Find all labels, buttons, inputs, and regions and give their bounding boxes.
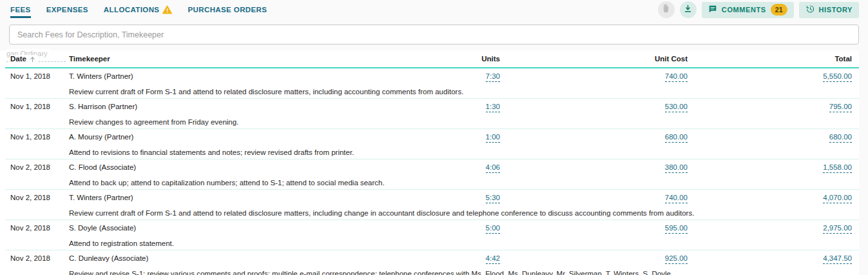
fee-unit-cost-value[interactable]: 595.00 bbox=[665, 224, 688, 234]
fee-date: Nov 1, 2018 bbox=[10, 133, 69, 141]
fee-unit-cost-value[interactable]: 925.00 bbox=[665, 254, 688, 264]
tab-expenses-label: EXPENSES bbox=[46, 6, 88, 14]
fee-date: Nov 2, 2018 bbox=[10, 194, 69, 202]
fee-units-cell: 5:00 bbox=[451, 224, 500, 234]
fee-unit-cost-value[interactable]: 380.00 bbox=[665, 163, 688, 173]
history-clock-icon bbox=[805, 5, 815, 15]
fee-total-value[interactable]: 4,347.50 bbox=[823, 254, 852, 264]
fee-unit-cost-cell: 380.00 bbox=[500, 163, 688, 173]
paperclip-icon bbox=[661, 4, 671, 15]
fee-timekeeper: C. Flood (Associate) bbox=[69, 163, 451, 172]
fee-row: Nov 2, 2018 S. Doyle (Associate) 5:00 59… bbox=[5, 220, 859, 250]
warning-triangle-icon bbox=[162, 5, 172, 14]
fee-total-value[interactable]: 4,070.00 bbox=[823, 194, 852, 203]
fee-description: Review and revise S-1; review various co… bbox=[69, 270, 852, 275]
tab-allocations[interactable]: ALLOCATIONS bbox=[104, 0, 173, 18]
download-button[interactable] bbox=[680, 1, 697, 18]
search-bar bbox=[0, 19, 868, 45]
fee-unit-cost-cell: 740.00 bbox=[500, 72, 688, 82]
fee-row: Nov 2, 2018 C. Flood (Associate) 4:06 38… bbox=[5, 159, 859, 190]
fee-row: Nov 1, 2018 A. Moursy (Partner) 1:00 680… bbox=[5, 129, 859, 159]
tab-purchase-orders-label: PURCHASE ORDERS bbox=[188, 6, 267, 14]
top-bar: FEES EXPENSES ALLOCATIONS PURCHASE ORDER… bbox=[0, 0, 868, 19]
search-input[interactable] bbox=[9, 25, 859, 45]
fee-timekeeper: S. Harrison (Partner) bbox=[69, 103, 451, 111]
sort-ascending-arrow-icon bbox=[29, 56, 36, 63]
fee-total-value[interactable]: 2,975.00 bbox=[823, 224, 852, 234]
tab-allocations-label: ALLOCATIONS bbox=[104, 6, 160, 14]
fee-unit-cost-cell: 740.00 bbox=[500, 194, 688, 203]
fee-unit-cost-cell: 925.00 bbox=[500, 254, 688, 264]
fee-row: Nov 2, 2018 C. Dunleavy (Associate) 4:42… bbox=[5, 250, 859, 275]
fee-timekeeper: C. Dunleavy (Associate) bbox=[69, 254, 451, 263]
fees-page: FEES EXPENSES ALLOCATIONS PURCHASE ORDER… bbox=[0, 0, 868, 275]
fee-units-value[interactable]: 5:00 bbox=[486, 224, 500, 234]
column-header-total[interactable]: Total bbox=[688, 55, 852, 63]
comments-count-badge: 21 bbox=[771, 4, 787, 15]
fee-units-cell: 4:06 bbox=[451, 163, 500, 173]
fee-units-value[interactable]: 7:30 bbox=[486, 72, 500, 82]
fee-description: Attend to back up; attend to capitalizat… bbox=[69, 179, 852, 187]
fee-total-value[interactable]: 5,550.00 bbox=[823, 72, 852, 82]
tab-bar: FEES EXPENSES ALLOCATIONS PURCHASE ORDER… bbox=[10, 0, 267, 18]
fee-date: Nov 1, 2018 bbox=[10, 72, 69, 81]
attachment-button[interactable] bbox=[658, 1, 675, 18]
fee-date: Nov 2, 2018 bbox=[10, 163, 69, 172]
tab-purchase-orders[interactable]: PURCHASE ORDERS bbox=[188, 0, 267, 18]
fee-total-cell: 2,975.00 bbox=[688, 224, 852, 234]
fee-unit-cost-value[interactable]: 740.00 bbox=[665, 194, 688, 203]
fee-unit-cost-value[interactable]: 740.00 bbox=[665, 72, 688, 82]
fee-date: Nov 1, 2018 bbox=[10, 103, 69, 111]
fees-table-body: Nov 1, 2018 T. Winters (Partner) 7:30 74… bbox=[0, 68, 859, 275]
fee-unit-cost-cell: 595.00 bbox=[500, 224, 688, 234]
column-header-date[interactable]: gan Ordinary Date bbox=[10, 55, 69, 63]
history-button-label: HISTORY bbox=[819, 6, 853, 14]
column-header-date-label: Date bbox=[10, 55, 26, 63]
fee-description: Attend to registration statement. bbox=[69, 239, 852, 248]
fee-units-value[interactable]: 5:30 bbox=[486, 194, 500, 203]
fee-total-value[interactable]: 795.00 bbox=[829, 103, 852, 112]
fee-units-cell: 5:30 bbox=[451, 194, 500, 203]
fee-description: Review current draft of Form S-1 and att… bbox=[69, 209, 852, 218]
fee-total-value[interactable]: 1,558.00 bbox=[823, 163, 852, 173]
comments-button-label: COMMENTS bbox=[722, 6, 766, 14]
fee-timekeeper: A. Moursy (Partner) bbox=[69, 133, 451, 141]
fee-timekeeper: T. Winters (Partner) bbox=[69, 194, 451, 202]
fees-table-header: gan Ordinary Date Timekeeper Units Unit … bbox=[5, 50, 859, 68]
fee-units-value[interactable]: 1:30 bbox=[486, 103, 500, 112]
column-header-units[interactable]: Units bbox=[451, 55, 500, 63]
column-header-unit-cost[interactable]: Unit Cost bbox=[500, 55, 688, 63]
tab-expenses[interactable]: EXPENSES bbox=[46, 0, 88, 18]
fee-timekeeper: S. Doyle (Associate) bbox=[69, 224, 451, 232]
column-header-timekeeper[interactable]: Timekeeper bbox=[69, 55, 451, 63]
fee-units-cell: 1:30 bbox=[451, 103, 500, 112]
fee-units-value[interactable]: 4:06 bbox=[486, 163, 500, 173]
fee-unit-cost-cell: 680.00 bbox=[500, 133, 688, 143]
fee-units-value[interactable]: 1:00 bbox=[486, 133, 500, 143]
fee-row: Nov 2, 2018 T. Winters (Partner) 5:30 74… bbox=[5, 190, 859, 220]
fee-timekeeper: T. Winters (Partner) bbox=[69, 72, 451, 81]
chat-bubble-icon bbox=[708, 5, 717, 15]
fee-date: Nov 2, 2018 bbox=[10, 254, 69, 263]
toolbar: COMMENTS 21 HISTORY bbox=[658, 1, 859, 18]
fee-units-value[interactable]: 4:42 bbox=[486, 254, 500, 264]
tab-fees-label: FEES bbox=[10, 6, 31, 14]
fee-row: Nov 1, 2018 T. Winters (Partner) 7:30 74… bbox=[5, 68, 859, 99]
fee-total-cell: 1,558.00 bbox=[688, 163, 852, 173]
fees-table: gan Ordinary Date Timekeeper Units Unit … bbox=[0, 50, 859, 275]
fee-description: Attend to revisions to financial stateme… bbox=[69, 148, 852, 157]
fee-total-cell: 5,550.00 bbox=[688, 72, 852, 82]
fee-total-cell: 795.00 bbox=[688, 103, 852, 112]
fee-total-cell: 4,347.50 bbox=[688, 254, 852, 264]
fee-total-cell: 4,070.00 bbox=[688, 194, 852, 203]
download-icon bbox=[683, 4, 693, 15]
fee-date: Nov 2, 2018 bbox=[10, 224, 69, 232]
fee-unit-cost-value[interactable]: 680.00 bbox=[665, 133, 688, 143]
tab-fees[interactable]: FEES bbox=[10, 0, 31, 18]
fee-total-cell: 680.00 bbox=[688, 133, 852, 143]
history-button[interactable]: HISTORY bbox=[799, 2, 860, 18]
fee-units-cell: 1:00 bbox=[451, 133, 500, 143]
fee-total-value[interactable]: 680.00 bbox=[829, 133, 852, 143]
comments-button[interactable]: COMMENTS 21 bbox=[702, 2, 794, 18]
fee-unit-cost-value[interactable]: 530.00 bbox=[665, 103, 688, 112]
